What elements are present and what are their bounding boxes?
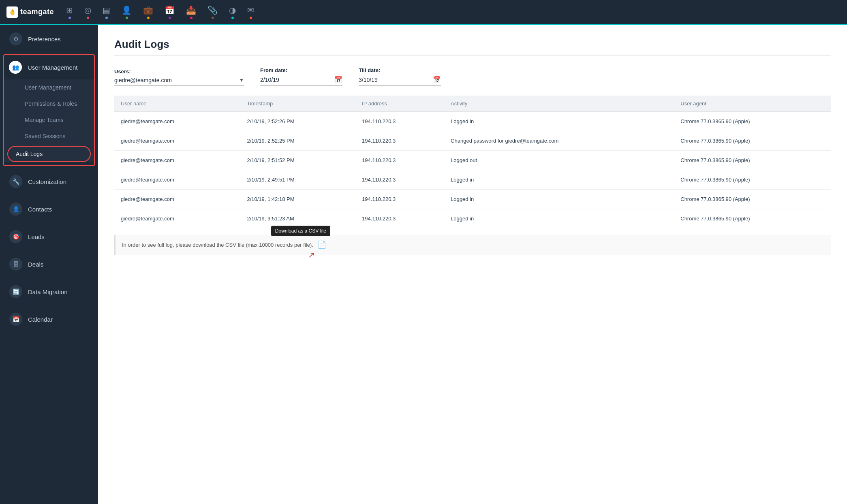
target-icon-glyph: ◎ <box>84 5 91 15</box>
users-select-wrap: giedre@teamgate.com ▼ <box>114 77 244 86</box>
cell-username-4: giedre@teamgate.com <box>114 190 240 209</box>
col-ip: IP address <box>355 96 444 112</box>
till-date-calendar-icon[interactable]: 📅 <box>433 76 441 83</box>
contacts-icon: 👤 <box>9 203 22 216</box>
mail-icon-glyph: ✉ <box>247 5 254 15</box>
paperclip-icon-dot <box>212 17 214 19</box>
csv-download-wrap: 📄 Download as a CSV file ↗ <box>317 240 326 249</box>
sidebar-item-customization[interactable]: 🔧 Customization <box>0 168 98 195</box>
deals-label: Deals <box>28 261 43 268</box>
preferences-label: Preferences <box>28 36 61 43</box>
submenu-user-management[interactable]: User Management <box>4 79 94 96</box>
users-filter-label: Users: <box>114 68 244 75</box>
users-filter-group: Users: giedre@teamgate.com ▼ <box>114 68 244 86</box>
audit-table-body: giedre@teamgate.com 2/10/19, 2:52:26 PM … <box>114 112 831 229</box>
users-select[interactable]: giedre@teamgate.com <box>114 77 244 83</box>
person-circle-icon-glyph: 👤 <box>122 5 132 15</box>
calendar-label: Calendar <box>28 316 53 323</box>
submenu-audit-logs[interactable]: Audit Logs <box>8 147 90 161</box>
calendar-icon[interactable]: 📅 <box>165 5 175 19</box>
cell-ip-0: 194.110.220.3 <box>355 112 444 131</box>
customization-icon: 🔧 <box>9 175 22 188</box>
cell-activity-1: Changed password for giedre@teamgate.com <box>444 131 674 151</box>
cell-ip-1: 194.110.220.3 <box>355 131 444 151</box>
cell-activity-4: Logged in <box>444 190 674 209</box>
cell-useragent-2: Chrome 77.0.3865.90 (Apple) <box>674 151 831 170</box>
till-date-wrap: 📅 <box>359 76 441 86</box>
inbox-icon[interactable]: 📥 <box>186 5 196 19</box>
app-logo[interactable]: 🤚 teamgate <box>6 6 54 18</box>
target-icon[interactable]: ◎ <box>84 5 91 19</box>
bars-icon[interactable]: ▤ <box>103 5 110 19</box>
cell-username-3: giedre@teamgate.com <box>114 170 240 190</box>
page-title: Audit Logs <box>114 38 831 56</box>
col-username: User name <box>114 96 240 112</box>
user-management-submenu: User Management Permissions & Roles Mana… <box>4 79 94 162</box>
paperclip-icon[interactable]: 📎 <box>207 5 218 19</box>
person-circle-icon[interactable]: 👤 <box>122 5 132 19</box>
cell-timestamp-5: 2/10/19, 9:51:23 AM <box>240 209 355 229</box>
cell-ip-2: 194.110.220.3 <box>355 151 444 170</box>
sidebar-item-preferences[interactable]: ⚙ Preferences <box>0 25 98 53</box>
cell-useragent-1: Chrome 77.0.3865.90 (Apple) <box>674 131 831 151</box>
person-circle-icon-dot <box>126 17 128 19</box>
cell-username-0: giedre@teamgate.com <box>114 112 240 131</box>
table-row: giedre@teamgate.com 2/10/19, 9:51:23 AM … <box>114 209 831 229</box>
cell-ip-4: 194.110.220.3 <box>355 190 444 209</box>
sidebar-item-deals[interactable]: 🗄 Deals <box>0 250 98 278</box>
csv-tooltip: Download as a CSV file <box>271 226 330 236</box>
mail-icon[interactable]: ✉ <box>247 5 254 19</box>
col-activity: Activity <box>444 96 674 112</box>
calendar-icon-glyph: 📅 <box>165 5 175 15</box>
cell-timestamp-4: 2/10/19, 1:42:18 PM <box>240 190 355 209</box>
leads-label: Leads <box>28 233 45 240</box>
leads-icon: 🎯 <box>9 230 22 243</box>
cell-useragent-5: Chrome 77.0.3865.90 (Apple) <box>674 209 831 229</box>
csv-download-icon[interactable]: 📄 <box>317 241 326 249</box>
submenu-manage-teams[interactable]: Manage Teams <box>4 112 94 128</box>
deals-icon: 🗄 <box>9 258 22 271</box>
table-row: giedre@teamgate.com 2/10/19, 2:49:51 PM … <box>114 170 831 190</box>
calendar-sidebar-icon: 📅 <box>9 313 22 326</box>
table-row: giedre@teamgate.com 2/10/19, 2:51:52 PM … <box>114 151 831 170</box>
cell-activity-2: Logged out <box>444 151 674 170</box>
sidebar: ⚙ Preferences 👥 User Management User Man… <box>0 25 98 504</box>
audit-table: User name Timestamp IP address Activity … <box>114 96 831 228</box>
table-row: giedre@teamgate.com 2/10/19, 2:52:25 PM … <box>114 131 831 151</box>
table-row: giedre@teamgate.com 2/10/19, 2:52:26 PM … <box>114 112 831 131</box>
cell-timestamp-3: 2/10/19, 2:49:51 PM <box>240 170 355 190</box>
chart-icon-glyph: ◑ <box>229 5 236 15</box>
chart-icon[interactable]: ◑ <box>229 5 236 19</box>
user-management-icon: 👥 <box>9 61 22 74</box>
paperclip-icon-glyph: 📎 <box>207 5 218 15</box>
submenu-saved-sessions[interactable]: Saved Sessions <box>4 128 94 144</box>
cell-useragent-4: Chrome 77.0.3865.90 (Apple) <box>674 190 831 209</box>
submenu-permissions-roles[interactable]: Permissions & Roles <box>4 96 94 112</box>
grid-icon-dot <box>68 17 71 19</box>
from-date-calendar-icon[interactable]: 📅 <box>334 76 342 83</box>
user-management-group: 👥 User Management User Management Permis… <box>3 54 95 166</box>
user-management-label: User Management <box>28 64 77 71</box>
cell-activity-3: Logged in <box>444 170 674 190</box>
cell-timestamp-0: 2/10/19, 2:52:26 PM <box>240 112 355 131</box>
col-timestamp: Timestamp <box>240 96 355 112</box>
from-date-input[interactable] <box>260 77 331 83</box>
sidebar-item-contacts[interactable]: 👤 Contacts <box>0 195 98 223</box>
till-date-input[interactable] <box>359 77 430 83</box>
cell-username-1: giedre@teamgate.com <box>114 131 240 151</box>
sidebar-item-calendar[interactable]: 📅 Calendar <box>0 305 98 333</box>
sidebar-item-user-management[interactable]: 👥 User Management <box>4 55 94 79</box>
audit-table-head: User name Timestamp IP address Activity … <box>114 96 831 112</box>
grid-icon[interactable]: ⊞ <box>66 5 73 19</box>
till-date-filter-group: Till date: 📅 <box>359 67 441 86</box>
sidebar-item-leads[interactable]: 🎯 Leads <box>0 223 98 250</box>
mail-icon-dot <box>250 17 252 19</box>
cell-useragent-3: Chrome 77.0.3865.90 (Apple) <box>674 170 831 190</box>
briefcase-icon[interactable]: 💼 <box>143 5 153 19</box>
bars-icon-glyph: ▤ <box>103 5 110 15</box>
chart-icon-dot <box>231 17 234 19</box>
data-migration-icon: 🔄 <box>9 285 22 298</box>
sidebar-item-data-migration[interactable]: 🔄 Data Migration <box>0 278 98 305</box>
from-date-wrap: 📅 <box>260 76 342 86</box>
filter-row: Users: giedre@teamgate.com ▼ From date: … <box>114 67 831 86</box>
